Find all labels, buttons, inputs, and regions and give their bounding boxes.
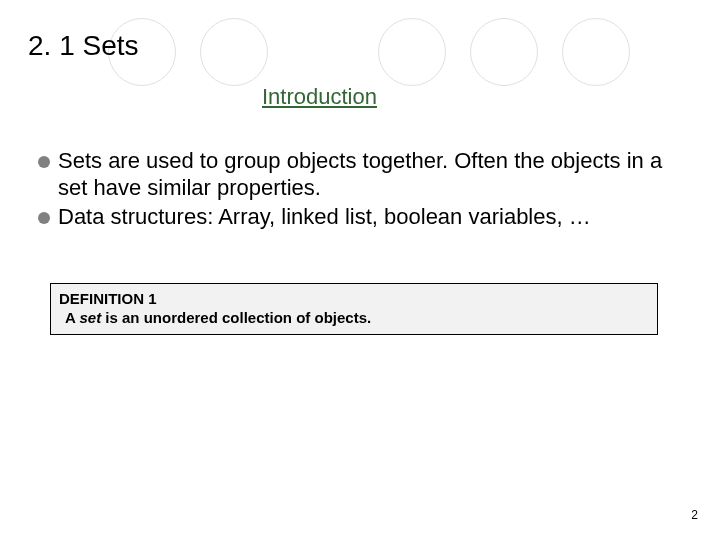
bullet-icon — [38, 156, 50, 168]
decorative-circle — [200, 18, 268, 86]
definition-body-prefix: A — [65, 309, 79, 326]
bullet-text: Sets are used to group objects together.… — [58, 148, 688, 202]
bullet-icon — [38, 212, 50, 224]
bullet-list: Sets are used to group objects together.… — [38, 148, 688, 232]
list-item: Data structures: Array, linked list, boo… — [38, 204, 688, 231]
definition-body-italic: set — [79, 309, 101, 326]
decorative-circle — [470, 18, 538, 86]
decorative-circle — [378, 18, 446, 86]
slide-heading: 2. 1 Sets — [28, 30, 139, 62]
definition-box: DEFINITION 1 A set is an unordered colle… — [50, 283, 658, 335]
definition-title: DEFINITION 1 — [59, 290, 649, 307]
definition-body: A set is an unordered collection of obje… — [59, 309, 649, 326]
decorative-circle — [562, 18, 630, 86]
slide-subtitle: Introduction — [262, 84, 377, 110]
definition-body-suffix: is an unordered collection of objects. — [101, 309, 371, 326]
page-number: 2 — [691, 508, 698, 522]
bullet-text: Data structures: Array, linked list, boo… — [58, 204, 591, 231]
list-item: Sets are used to group objects together.… — [38, 148, 688, 202]
